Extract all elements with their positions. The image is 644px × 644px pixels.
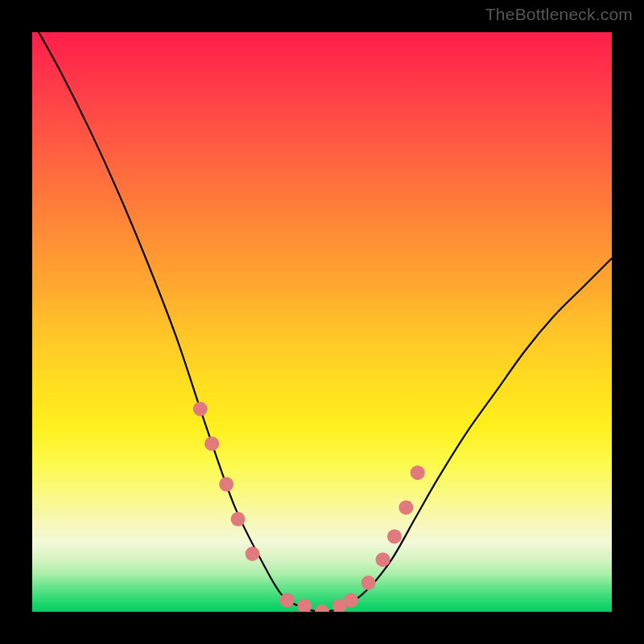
marker-dot <box>193 402 208 416</box>
marker-dot <box>219 477 233 492</box>
marker-dot <box>315 605 329 612</box>
marker-group <box>193 402 425 612</box>
plot-area <box>32 32 612 612</box>
watermark-text: TheBottleneck.com <box>485 5 633 24</box>
chart-container: TheBottleneck.com <box>0 0 644 644</box>
marker-dot <box>204 436 219 451</box>
marker-dot <box>344 593 358 608</box>
marker-dot <box>411 465 425 480</box>
marker-dot <box>376 552 390 567</box>
marker-dot <box>280 593 295 608</box>
bottleneck-curve <box>32 32 612 612</box>
curve-svg <box>32 32 612 612</box>
marker-dot <box>361 576 376 590</box>
marker-dot <box>387 529 402 543</box>
marker-dot <box>231 512 246 526</box>
marker-dot <box>297 599 312 612</box>
marker-dot <box>246 547 260 561</box>
marker-dot <box>398 500 413 514</box>
